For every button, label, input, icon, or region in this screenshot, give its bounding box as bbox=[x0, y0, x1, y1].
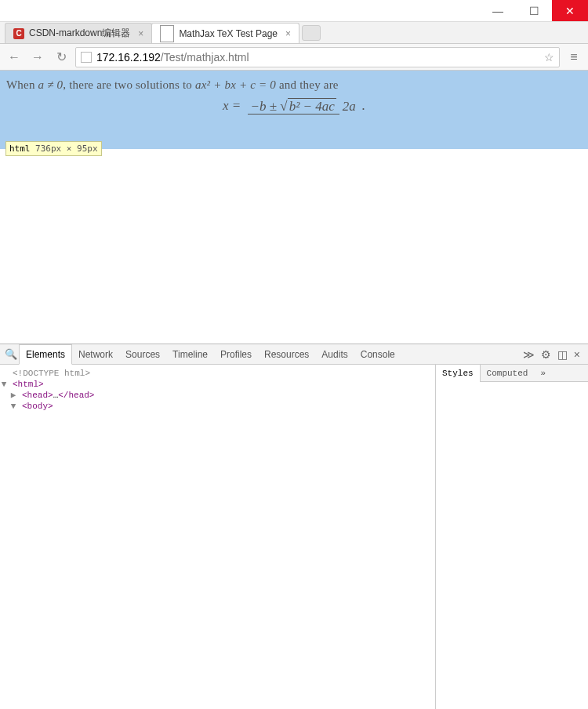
devtools-tab-sources[interactable]: Sources bbox=[119, 344, 166, 365]
dock-icon[interactable]: ◫ bbox=[557, 348, 568, 361]
styles-body[interactable] bbox=[436, 382, 588, 709]
math-text-line: When a ≠ 0, there are two solutions to a… bbox=[6, 78, 582, 92]
styles-tab-styles[interactable]: Styles bbox=[436, 365, 481, 382]
address-bar[interactable]: 172.16.2.192/Test/mathjax.html ☆ bbox=[75, 47, 560, 67]
browser-toolbar: ← → ↻ 172.16.2.192/Test/mathjax.html ☆ ≡ bbox=[0, 44, 588, 71]
menu-button[interactable]: ≡ bbox=[564, 48, 583, 67]
devtools-tabbar: 🔍 Elements Network Sources Timeline Prof… bbox=[0, 344, 588, 365]
back-button[interactable]: ← bbox=[5, 48, 24, 67]
styles-tab-computed[interactable]: Computed bbox=[481, 365, 535, 382]
inspect-icon[interactable]: 🔍 bbox=[3, 347, 19, 362]
tab-title: MathJax TeX Test Page bbox=[179, 28, 278, 39]
url-text: 172.16.2.192/Test/mathjax.html bbox=[96, 51, 539, 64]
dom-node[interactable]: ▼<body> bbox=[14, 401, 435, 412]
devtools-tab-network[interactable]: Network bbox=[72, 344, 119, 365]
forward-button[interactable]: → bbox=[28, 48, 47, 67]
minimize-button[interactable]: — bbox=[480, 0, 516, 21]
styles-tab-more[interactable]: » bbox=[534, 365, 552, 382]
page-icon bbox=[81, 52, 92, 63]
devtools: 🔍 Elements Network Sources Timeline Prof… bbox=[0, 344, 588, 709]
reload-button[interactable]: ↻ bbox=[52, 48, 71, 67]
tab-title: CSDN-markdown编辑器 bbox=[29, 27, 130, 40]
page-content: When a ≠ 0, there are two solutions to a… bbox=[0, 71, 588, 149]
window-titlebar: — ☐ ✕ bbox=[0, 0, 588, 22]
devtools-tab-timeline[interactable]: Timeline bbox=[166, 344, 214, 365]
elements-panel[interactable]: <!DOCTYPE html>▼<html>▶<head>…</head>▼<b… bbox=[0, 365, 435, 709]
new-tab-button[interactable] bbox=[302, 25, 321, 41]
tab-close-icon[interactable]: × bbox=[285, 28, 291, 39]
drawer-toggle-icon[interactable]: ≫ bbox=[523, 348, 535, 361]
devtools-tab-elements[interactable]: Elements bbox=[19, 344, 72, 365]
dom-node[interactable]: ▶<head>…</head> bbox=[14, 390, 435, 401]
settings-icon[interactable]: ⚙ bbox=[541, 348, 551, 361]
devtools-tab-audits[interactable]: Audits bbox=[315, 344, 354, 365]
favicon-csdn-icon: C bbox=[13, 28, 24, 39]
favicon-page-icon bbox=[160, 25, 174, 42]
browser-tabstrip: C CSDN-markdown编辑器 × MathJax TeX Test Pa… bbox=[0, 22, 588, 44]
close-button[interactable]: ✕ bbox=[552, 0, 588, 21]
devtools-tab-resources[interactable]: Resources bbox=[258, 344, 315, 365]
tab-mathjax[interactable]: MathJax TeX Test Page × bbox=[151, 23, 299, 43]
styles-tabbar: Styles Computed » bbox=[436, 365, 588, 382]
maximize-button[interactable]: ☐ bbox=[516, 0, 552, 21]
devtools-tab-console[interactable]: Console bbox=[354, 344, 401, 365]
tab-close-icon[interactable]: × bbox=[138, 28, 143, 39]
dom-node[interactable]: ▼<html> bbox=[5, 379, 435, 390]
devtools-tab-profiles[interactable]: Profiles bbox=[214, 344, 258, 365]
math-formula: x = −b ± √b² − 4ac2a. bbox=[6, 98, 582, 115]
styles-panel: Styles Computed » bbox=[435, 365, 588, 709]
tab-csdn[interactable]: C CSDN-markdown编辑器 × bbox=[5, 23, 152, 43]
devtools-body: <!DOCTYPE html>▼<html>▶<head>…</head>▼<b… bbox=[0, 365, 588, 709]
devtools-close-icon[interactable]: × bbox=[574, 348, 580, 361]
dom-node[interactable]: <!DOCTYPE html> bbox=[5, 368, 435, 379]
bookmark-star-icon[interactable]: ☆ bbox=[544, 51, 554, 64]
page-whitespace bbox=[0, 149, 588, 344]
element-ruler-tooltip: html 736px × 95px bbox=[5, 141, 102, 156]
